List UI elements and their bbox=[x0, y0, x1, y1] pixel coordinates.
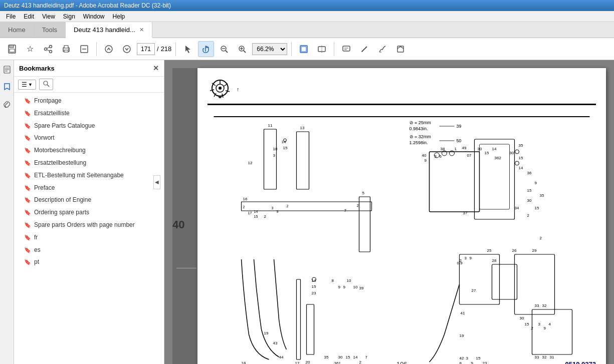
svg-text:36: 36 bbox=[527, 171, 532, 175]
svg-point-66 bbox=[515, 150, 519, 154]
comment-button[interactable] bbox=[338, 41, 354, 57]
share-button[interactable] bbox=[40, 41, 56, 57]
svg-text:7: 7 bbox=[344, 208, 347, 213]
menu-bar: File Edit View Sign Window Help bbox=[0, 11, 614, 22]
svg-text:10: 10 bbox=[273, 147, 278, 151]
save-button[interactable] bbox=[4, 41, 20, 57]
svg-text:30: 30 bbox=[478, 147, 482, 151]
tab-close-icon[interactable]: ✕ bbox=[139, 27, 144, 33]
svg-text:8: 8 bbox=[332, 278, 334, 283]
svg-text:9: 9 bbox=[277, 210, 279, 213]
bookmark-spare-parts-orders[interactable]: 🔖 Spare parts Orders with page number bbox=[14, 219, 164, 231]
tab-doc[interactable]: Deutz 413 handleid... ✕ bbox=[66, 22, 152, 38]
svg-rect-100 bbox=[242, 202, 372, 211]
svg-text:5: 5 bbox=[362, 191, 365, 195]
zoom-out-box-button[interactable] bbox=[76, 41, 92, 57]
svg-text:3: 3 bbox=[465, 256, 467, 260]
svg-point-5 bbox=[45, 48, 47, 50]
page-separator: / bbox=[157, 45, 159, 53]
bookmark-es[interactable]: 🔖 es bbox=[14, 244, 164, 256]
side-icon-pages[interactable] bbox=[2, 64, 13, 75]
page-navigation: / 218 bbox=[137, 43, 171, 55]
bookmark-add-button[interactable]: ☆ bbox=[22, 41, 38, 57]
hand-tool-button[interactable] bbox=[198, 41, 214, 57]
bookmark-icon: 🔖 bbox=[24, 196, 31, 204]
toolbar: ☆ / 218 66.2% 50% 75% 100% 125% bbox=[0, 38, 614, 60]
bookmark-frontpage[interactable]: 🔖 Frontpage bbox=[14, 95, 164, 107]
zoom-in-button[interactable] bbox=[234, 41, 250, 57]
svg-text:29: 29 bbox=[532, 248, 537, 253]
svg-text:0.9: 0.9 bbox=[457, 261, 463, 265]
svg-text:11: 11 bbox=[268, 123, 273, 128]
bookmark-ordering-spare-parts[interactable]: 🔖 Ordering spare parts bbox=[14, 206, 164, 219]
svg-text:15: 15 bbox=[535, 206, 539, 210]
svg-text:12: 12 bbox=[248, 161, 253, 165]
fit-page-button[interactable] bbox=[296, 41, 312, 57]
print-button[interactable] bbox=[58, 41, 74, 57]
menu-edit[interactable]: Edit bbox=[20, 12, 38, 21]
menu-help[interactable]: Help bbox=[109, 12, 129, 21]
bookmark-etl-bestellung[interactable]: 🔖 ETL-Bestellung mit Seitenangabe bbox=[14, 169, 164, 182]
svg-text:10: 10 bbox=[353, 285, 358, 289]
main-area: Bookmarks ✕ ☰ ▼ 🔖 Frontpage 🔖 Ersatzteil… bbox=[0, 60, 614, 364]
bookmark-ersatzteilliste[interactable]: 🔖 Ersatzteilliste bbox=[14, 107, 164, 120]
bookmark-ersatzteilbestellung[interactable]: 🔖 Ersatzteilbestellung bbox=[14, 157, 164, 169]
svg-text:3: 3 bbox=[273, 153, 276, 158]
toolbar-separator-1 bbox=[96, 42, 97, 56]
svg-marker-16 bbox=[185, 46, 190, 53]
highlight-button[interactable] bbox=[356, 41, 372, 57]
bookmarks-search-button[interactable] bbox=[39, 79, 53, 90]
svg-line-40 bbox=[47, 85, 49, 87]
svg-text:2: 2 bbox=[264, 214, 267, 219]
svg-text:15: 15 bbox=[283, 146, 288, 150]
side-icon-bookmarks[interactable] bbox=[2, 81, 13, 92]
cursor-tool-button[interactable] bbox=[180, 41, 196, 57]
bookmarks-close-button[interactable]: ✕ bbox=[153, 64, 159, 72]
pdf-page: ↑ 40 ⊘ = 25mm 0.9843in. ⊘ = 32mm 1.2598i… bbox=[197, 68, 606, 364]
bookmark-icon: 🔖 bbox=[24, 97, 31, 105]
svg-rect-110 bbox=[359, 197, 370, 252]
share-doc-button[interactable] bbox=[392, 41, 408, 57]
tab-home[interactable]: Home bbox=[0, 22, 34, 38]
svg-text:33: 33 bbox=[535, 355, 539, 359]
sign-button[interactable] bbox=[374, 41, 390, 57]
bookmark-spare-parts-catalogue[interactable]: 🔖 Spare Parts Catalogue bbox=[14, 120, 164, 132]
svg-text:6: 6 bbox=[440, 154, 442, 159]
bookmark-description-of-engine[interactable]: 🔖 Description of Engine bbox=[14, 194, 164, 206]
menu-file[interactable]: File bbox=[2, 12, 20, 21]
next-page-button[interactable] bbox=[119, 41, 135, 57]
bookmark-motorbeschreibung[interactable]: 🔖 Motorbeschreibung bbox=[14, 144, 164, 157]
page-left-margin bbox=[172, 68, 197, 364]
bookmarks-list: 🔖 Frontpage 🔖 Ersatzteilliste 🔖 Spare Pa… bbox=[14, 93, 164, 364]
svg-text:27: 27 bbox=[472, 288, 476, 293]
svg-text:32: 32 bbox=[542, 303, 547, 308]
bookmark-pt[interactable]: 🔖 pt bbox=[14, 256, 164, 268]
svg-rect-60 bbox=[475, 139, 515, 219]
svg-text:3: 3 bbox=[272, 206, 274, 210]
bookmark-vorwort[interactable]: 🔖 Vorwort bbox=[14, 132, 164, 144]
svg-text:33: 33 bbox=[535, 303, 539, 308]
zoom-out-button[interactable] bbox=[216, 41, 232, 57]
bookmark-fr[interactable]: 🔖 fr bbox=[14, 231, 164, 244]
side-icon-attachments[interactable] bbox=[2, 98, 13, 109]
toolbar-separator-2 bbox=[175, 42, 176, 56]
panel-collapse-button[interactable]: ◀ bbox=[153, 175, 160, 189]
svg-text:50: 50 bbox=[457, 138, 462, 143]
fit-width-button[interactable] bbox=[314, 41, 330, 57]
bookmark-preface[interactable]: 🔖 Preface bbox=[14, 182, 164, 194]
menu-view[interactable]: View bbox=[38, 12, 59, 21]
page-number-input[interactable] bbox=[137, 43, 155, 55]
menu-sign[interactable]: Sign bbox=[59, 12, 79, 21]
zoom-select[interactable]: 66.2% 50% 75% 100% 125% bbox=[252, 43, 287, 55]
bookmarks-title: Bookmarks bbox=[19, 65, 55, 72]
svg-text:14: 14 bbox=[492, 147, 497, 151]
bookmark-icon: 🔖 bbox=[24, 110, 31, 117]
svg-text:35: 35 bbox=[519, 143, 523, 148]
menu-window[interactable]: Window bbox=[79, 12, 109, 21]
svg-text:18: 18 bbox=[242, 361, 246, 364]
prev-page-button[interactable] bbox=[101, 41, 117, 57]
svg-point-43 bbox=[219, 87, 222, 90]
tab-tools[interactable]: Tools bbox=[34, 22, 66, 38]
svg-text:32: 32 bbox=[542, 355, 547, 359]
bookmarks-menu-button[interactable]: ☰ ▼ bbox=[18, 80, 36, 90]
